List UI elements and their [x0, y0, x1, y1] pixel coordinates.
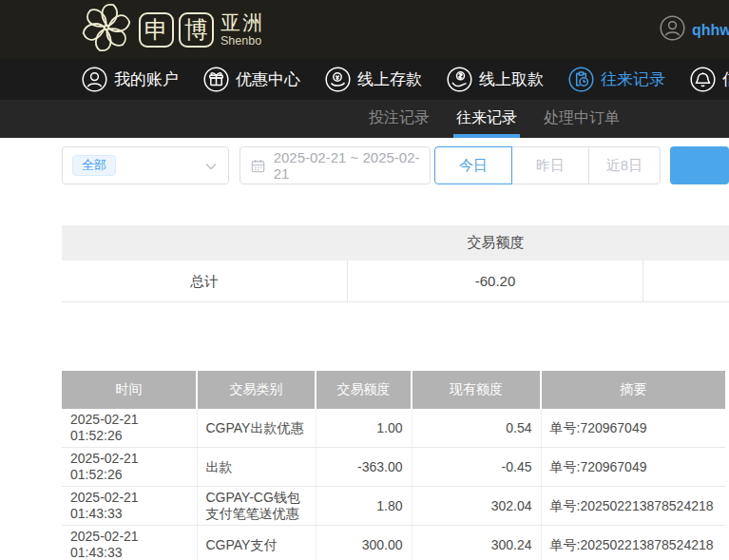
table-row: 2025-02-21 01:43:33 CGPAY支付 300.00 300.2… [62, 526, 725, 560]
selected-category-tag[interactable]: 全部 [72, 155, 116, 176]
main-content: 全部 2025-02-21 ~ 2025-02-21 今日 昨日 近8日 交易额… [0, 146, 729, 560]
filter-row: 全部 2025-02-21 ~ 2025-02-21 今日 昨日 近8日 [62, 146, 729, 184]
cell-type: CGPAY出款优惠 [197, 409, 316, 448]
date-range-input[interactable]: 2025-02-21 ~ 2025-02-21 [240, 146, 431, 184]
username[interactable]: qhhw [692, 22, 729, 39]
cell-type: 出款 [197, 448, 316, 487]
user-avatar-icon [660, 15, 685, 45]
cell-time: 2025-02-21 01:52:26 [62, 448, 197, 487]
summary-header-amount: 交易额度 [348, 234, 643, 252]
nav-label: 线上取款 [479, 68, 544, 90]
nav-label: 信息中心 [722, 68, 729, 90]
cell-balance: 302.04 [412, 487, 541, 526]
cell-amount: 1.80 [316, 487, 412, 526]
cell-type: CGPAY支付 [197, 526, 316, 560]
table-row: 2025-02-21 01:43:33 CGPAY-CG钱包支付笔笔送优惠 1.… [62, 487, 725, 526]
records-subnav: 投注记录 往来记录 处理中订单 [0, 100, 729, 138]
last-8-days-button[interactable]: 近8日 [588, 146, 661, 184]
cell-time: 2025-02-21 01:43:33 [62, 526, 197, 560]
cell-memo: 单号:720967049 [541, 409, 725, 448]
category-select[interactable]: 全部 [62, 146, 229, 184]
bell-icon [690, 67, 716, 92]
brand-subtitle: Shenbo [221, 35, 264, 48]
records-table: 时间 交易类别 交易额度 现有额度 摘要 2025-02-21 01:52:26… [62, 371, 725, 560]
brand-char-2: 博 [179, 12, 214, 48]
col-header-balance: 现有额度 [412, 371, 541, 409]
nav-item-records[interactable]: 往来记录 [568, 67, 665, 92]
cell-amount: 300.00 [316, 526, 412, 560]
chevron-down-icon [205, 157, 217, 174]
tab-processing-orders[interactable]: 处理中订单 [544, 100, 620, 138]
gift-icon [203, 67, 229, 92]
yesterday-button[interactable]: 昨日 [511, 146, 589, 184]
main-nav: 我的账户 优惠中心 线上存款 线上取款 [0, 59, 729, 100]
summary-total-value: -60.20 [348, 261, 643, 302]
date-range-value: 2025-02-21 ~ 2025-02-21 [274, 149, 420, 182]
withdraw-icon [447, 67, 472, 92]
cell-time: 2025-02-21 01:43:33 [62, 487, 197, 526]
col-header-amount: 交易额度 [316, 371, 412, 409]
cell-balance: 0.54 [412, 409, 541, 448]
tab-transaction-records[interactable]: 往来记录 [456, 100, 517, 138]
cell-time: 2025-02-21 01:52:26 [62, 409, 197, 448]
brand-char-1: 申 [139, 12, 174, 48]
cell-amount: 1.00 [316, 409, 412, 448]
records-header-row: 时间 交易类别 交易额度 现有额度 摘要 [62, 371, 725, 409]
records-icon [568, 67, 594, 92]
cell-memo: 单号:720967049 [541, 448, 725, 487]
calendar-icon [250, 158, 266, 174]
table-row: 2025-02-21 01:52:26 CGPAY出款优惠 1.00 0.54 … [62, 409, 725, 448]
cell-amount: -363.00 [316, 448, 412, 487]
summary-total-row: 总计 -60.20 [62, 261, 729, 302]
summary-total-label: 总计 [62, 261, 348, 302]
flower-logo-icon [80, 1, 133, 58]
cell-balance: -0.45 [412, 448, 541, 487]
brand-logo[interactable]: 申 博 亚洲 Shenbo [80, 1, 264, 58]
col-header-time: 时间 [62, 371, 197, 409]
summary-header-row: 交易额度 [62, 225, 729, 261]
brand-region: 亚洲 [221, 12, 264, 32]
cell-balance: 300.24 [412, 526, 541, 560]
nav-label: 优惠中心 [236, 68, 300, 90]
top-header: 申 博 亚洲 Shenbo qhhw [0, 0, 729, 59]
cell-memo: 单号:202502213878524218 [541, 526, 725, 560]
table-row: 2025-02-21 01:52:26 出款 -363.00 -0.45 单号:… [62, 448, 725, 487]
nav-item-deposit[interactable]: 线上存款 [325, 67, 422, 92]
nav-item-promotions[interactable]: 优惠中心 [203, 67, 300, 92]
user-icon [82, 67, 107, 92]
today-button[interactable]: 今日 [434, 146, 512, 184]
nav-item-messages[interactable]: 信息中心 [690, 67, 729, 92]
nav-item-withdraw[interactable]: 线上取款 [447, 67, 544, 92]
brand-region-block: 亚洲 Shenbo [221, 12, 264, 48]
col-header-type: 交易类别 [197, 371, 316, 409]
tab-betting-records[interactable]: 投注记录 [369, 100, 430, 138]
search-button[interactable] [670, 146, 729, 184]
nav-label: 我的账户 [114, 68, 179, 90]
col-header-memo: 摘要 [541, 371, 725, 409]
nav-label: 往来记录 [601, 68, 665, 90]
cell-memo: 单号:202502213878524218 [541, 487, 725, 526]
cell-type: CGPAY-CG钱包支付笔笔送优惠 [197, 487, 316, 526]
nav-label: 线上存款 [357, 68, 422, 90]
account-menu[interactable]: qhhw [660, 15, 729, 45]
nav-item-my-account[interactable]: 我的账户 [82, 67, 179, 92]
summary-table: 交易额度 总计 -60.20 [62, 225, 729, 302]
deposit-icon [325, 67, 351, 92]
quick-date-buttons: 今日 昨日 近8日 [434, 146, 661, 184]
